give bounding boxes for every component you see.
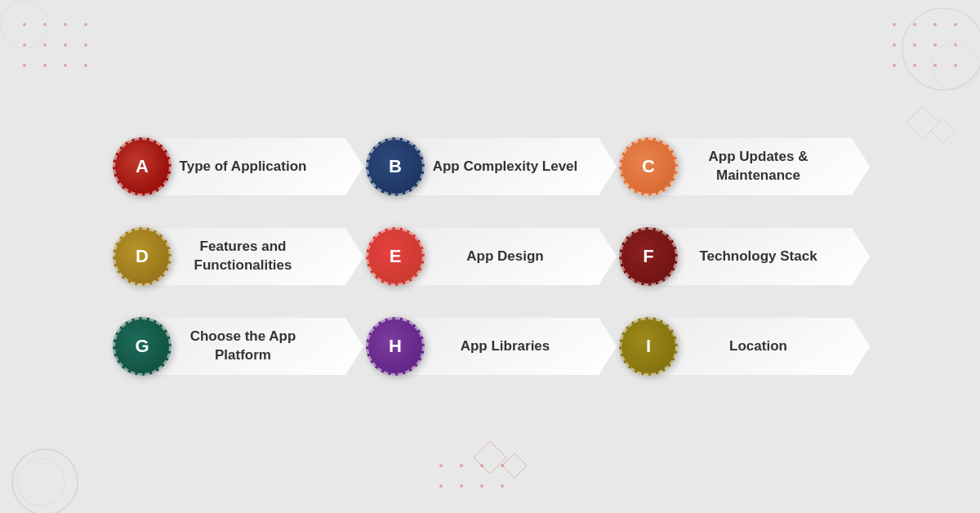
label-g: Choose the App Platform bbox=[190, 328, 296, 365]
svg-point-26 bbox=[480, 464, 483, 467]
item-c[interactable]: CApp Updates & Maintenance bbox=[637, 138, 870, 195]
label-a: Type of Application bbox=[180, 158, 307, 176]
svg-point-6 bbox=[23, 64, 26, 67]
svg-point-0 bbox=[23, 23, 26, 26]
label-h: App Libraries bbox=[461, 337, 550, 356]
svg-point-17 bbox=[913, 43, 916, 47]
svg-point-31 bbox=[501, 484, 504, 488]
svg-point-10 bbox=[84, 43, 87, 47]
svg-marker-34 bbox=[474, 441, 506, 474]
svg-point-14 bbox=[933, 23, 937, 26]
item-d[interactable]: DFeatures and Functionalities bbox=[131, 228, 363, 285]
item-h[interactable]: HApp Libraries bbox=[384, 318, 617, 375]
svg-point-23 bbox=[954, 64, 957, 67]
svg-point-27 bbox=[501, 464, 504, 467]
svg-point-28 bbox=[439, 484, 443, 488]
svg-marker-35 bbox=[502, 453, 527, 478]
item-f[interactable]: FTechnology Stack bbox=[637, 228, 870, 285]
svg-point-1 bbox=[43, 23, 47, 26]
svg-point-16 bbox=[893, 43, 896, 47]
row-2: DFeatures and FunctionalitiesEApp Design… bbox=[110, 228, 870, 285]
svg-point-7 bbox=[43, 64, 47, 67]
svg-point-21 bbox=[913, 64, 916, 67]
svg-point-4 bbox=[43, 43, 47, 47]
item-a[interactable]: AType of Application bbox=[131, 138, 363, 195]
label-e: App Design bbox=[466, 248, 543, 266]
svg-point-3 bbox=[23, 43, 26, 47]
item-i[interactable]: ILocation bbox=[637, 318, 870, 375]
svg-point-30 bbox=[480, 484, 483, 488]
label-i: Location bbox=[729, 337, 787, 356]
svg-point-24 bbox=[439, 464, 443, 467]
badge-h: H bbox=[366, 317, 425, 376]
badge-i: I bbox=[619, 317, 678, 376]
svg-marker-37 bbox=[931, 118, 956, 143]
badge-g: G bbox=[113, 317, 172, 376]
label-b: App Complexity Level bbox=[433, 158, 578, 176]
badge-d: D bbox=[113, 227, 172, 286]
svg-point-22 bbox=[933, 64, 937, 67]
svg-point-20 bbox=[893, 64, 896, 67]
badge-a: A bbox=[113, 137, 172, 196]
row-1: AType of ApplicationBApp Complexity Leve… bbox=[110, 138, 870, 195]
svg-point-32 bbox=[12, 449, 78, 513]
svg-point-9 bbox=[84, 23, 87, 26]
svg-point-2 bbox=[64, 23, 67, 26]
svg-point-11 bbox=[84, 64, 87, 67]
badge-f: F bbox=[619, 227, 678, 286]
item-g[interactable]: GChoose the App Platform bbox=[131, 318, 363, 375]
svg-point-19 bbox=[954, 43, 957, 47]
svg-point-5 bbox=[64, 43, 67, 47]
badge-c: C bbox=[619, 137, 678, 196]
svg-point-15 bbox=[954, 23, 957, 26]
svg-point-29 bbox=[460, 484, 463, 488]
badge-e: E bbox=[366, 227, 425, 286]
svg-point-33 bbox=[902, 8, 980, 90]
item-e[interactable]: EApp Design bbox=[384, 228, 617, 285]
svg-marker-36 bbox=[906, 106, 939, 139]
badge-b: B bbox=[366, 137, 425, 196]
svg-point-12 bbox=[893, 23, 896, 26]
label-d: Features and Functionalities bbox=[194, 238, 292, 275]
label-c: App Updates & Maintenance bbox=[709, 148, 808, 185]
label-f: Technology Stack bbox=[699, 248, 817, 266]
item-b[interactable]: BApp Complexity Level bbox=[384, 138, 617, 195]
svg-point-13 bbox=[913, 23, 916, 26]
row-3: GChoose the App PlatformHApp LibrariesIL… bbox=[110, 318, 870, 375]
main-content: AType of ApplicationBApp Complexity Leve… bbox=[94, 122, 886, 391]
svg-point-18 bbox=[933, 43, 937, 47]
svg-point-25 bbox=[460, 464, 463, 467]
svg-point-8 bbox=[64, 64, 67, 67]
